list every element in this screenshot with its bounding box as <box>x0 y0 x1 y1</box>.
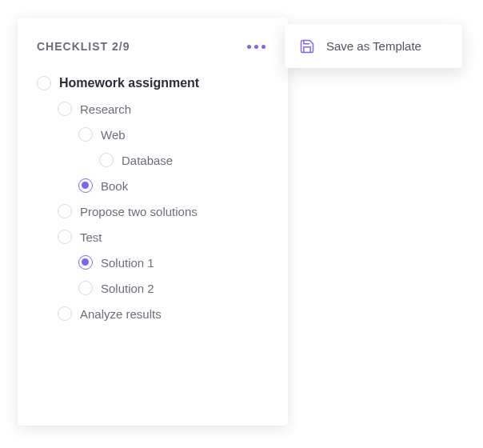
checklist-item: Database <box>99 147 269 173</box>
checklist-item: Analyze results <box>58 301 269 326</box>
radio-icon[interactable] <box>78 178 93 193</box>
checklist-row[interactable]: Analyze results <box>58 301 269 326</box>
checklist-item: Propose two solutions <box>58 198 269 224</box>
checklist-row[interactable]: Web <box>78 122 269 147</box>
save-icon <box>299 38 315 54</box>
radio-icon[interactable] <box>78 281 93 295</box>
checklist-item-label: Analyze results <box>80 307 162 321</box>
radio-icon[interactable] <box>58 306 72 321</box>
checklist-item-label: Solution 1 <box>101 256 154 270</box>
checklist-subtree: ResearchWebDatabaseBookPropose two solut… <box>37 96 269 326</box>
radio-icon[interactable] <box>78 255 93 270</box>
checklist-item-label: Propose two solutions <box>80 205 198 218</box>
checklist-row[interactable]: Homework assignment <box>37 70 269 96</box>
checklist-item: Solution 1 <box>78 250 269 275</box>
checklist-item: Homework assignmentResearchWebDatabaseBo… <box>37 70 269 326</box>
checklist-item-label: Research <box>80 102 131 116</box>
radio-icon[interactable] <box>99 153 114 167</box>
checklist-item-label: Web <box>101 128 126 142</box>
radio-icon[interactable] <box>37 76 51 90</box>
checklist-subtree: Database <box>78 147 269 173</box>
checklist-card: CHECKLIST 2/9 Homework assignmentResearc… <box>18 18 288 426</box>
checklist-item: Book <box>78 173 269 198</box>
checklist-item-label: Book <box>101 179 128 193</box>
checklist-subtree: WebDatabaseBook <box>58 122 269 198</box>
checklist-item: TestSolution 1Solution 2 <box>58 224 269 301</box>
checklist-item: ResearchWebDatabaseBook <box>58 96 269 198</box>
radio-icon[interactable] <box>78 127 93 142</box>
radio-icon[interactable] <box>58 102 72 116</box>
checklist-subtree: Solution 1Solution 2 <box>58 250 269 301</box>
checklist-item: WebDatabase <box>78 122 269 173</box>
checklist-item-label: Solution 2 <box>101 282 154 295</box>
more-options-button[interactable] <box>244 42 269 52</box>
checklist-item-label: Database <box>122 154 173 167</box>
card-header: CHECKLIST 2/9 <box>37 40 269 53</box>
checklist-title: CHECKLIST 2/9 <box>37 40 130 53</box>
checklist-row[interactable]: Solution 2 <box>78 275 269 301</box>
save-template-menu-item[interactable]: Save as Template <box>326 39 421 53</box>
radio-icon[interactable] <box>58 230 72 244</box>
checklist-row[interactable]: Propose two solutions <box>58 198 269 224</box>
checklist-row[interactable]: Database <box>99 147 269 173</box>
checklist-item-label: Homework assignment <box>59 76 199 90</box>
checklist-row[interactable]: Solution 1 <box>78 250 269 275</box>
checklist-row[interactable]: Book <box>78 173 269 198</box>
context-menu: Save as Template <box>285 24 462 68</box>
checklist-tree: Homework assignmentResearchWebDatabaseBo… <box>37 70 269 326</box>
checklist-row[interactable]: Research <box>58 96 269 122</box>
checklist-item: Solution 2 <box>78 275 269 301</box>
radio-icon[interactable] <box>58 204 72 218</box>
checklist-item-label: Test <box>80 230 102 244</box>
checklist-row[interactable]: Test <box>58 224 269 250</box>
